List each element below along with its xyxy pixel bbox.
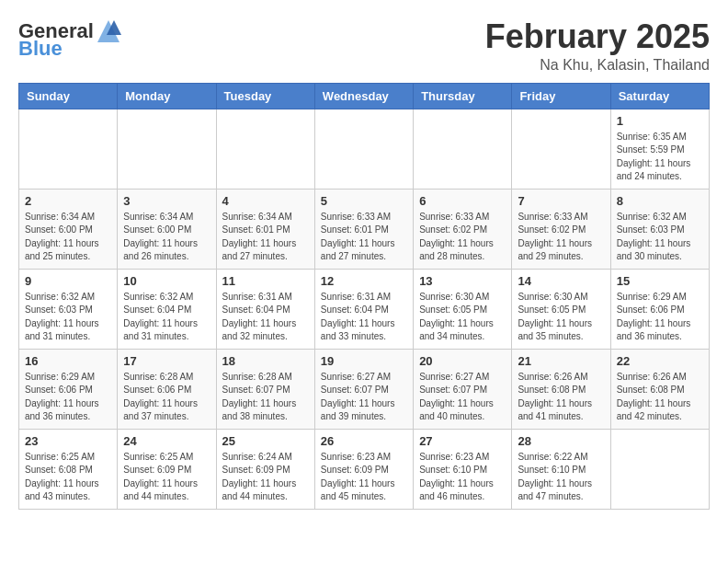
calendar-cell: 25Sunrise: 6:24 AM Sunset: 6:09 PM Dayli… — [216, 429, 314, 509]
location-title: Na Khu, Kalasin, Thailand — [485, 57, 710, 74]
calendar-cell: 27Sunrise: 6:23 AM Sunset: 6:10 PM Dayli… — [414, 429, 512, 509]
calendar-cell: 5Sunrise: 6:33 AM Sunset: 6:01 PM Daylig… — [314, 189, 413, 269]
day-number: 19 — [321, 354, 407, 368]
calendar-cell: 19Sunrise: 6:27 AM Sunset: 6:07 PM Dayli… — [314, 349, 413, 429]
calendar-cell: 13Sunrise: 6:30 AM Sunset: 6:05 PM Dayli… — [414, 269, 512, 349]
calendar-cell: 7Sunrise: 6:33 AM Sunset: 6:02 PM Daylig… — [512, 189, 610, 269]
weekday-header-thursday: Thursday — [414, 83, 512, 109]
day-info: Sunrise: 6:29 AM Sunset: 6:06 PM Dayligh… — [25, 371, 111, 424]
day-number: 26 — [321, 434, 407, 448]
calendar-cell: 12Sunrise: 6:31 AM Sunset: 6:04 PM Dayli… — [314, 269, 413, 349]
day-info: Sunrise: 6:27 AM Sunset: 6:07 PM Dayligh… — [321, 371, 407, 424]
day-info: Sunrise: 6:26 AM Sunset: 6:08 PM Dayligh… — [518, 371, 604, 424]
weekday-header-sunday: Sunday — [19, 83, 118, 109]
calendar-header-row: SundayMondayTuesdayWednesdayThursdayFrid… — [19, 83, 710, 109]
day-number: 7 — [518, 194, 604, 208]
weekday-header-monday: Monday — [118, 83, 216, 109]
calendar-cell: 11Sunrise: 6:31 AM Sunset: 6:04 PM Dayli… — [216, 269, 314, 349]
calendar-cell — [216, 109, 314, 189]
day-info: Sunrise: 6:29 AM Sunset: 6:06 PM Dayligh… — [617, 291, 703, 344]
day-info: Sunrise: 6:34 AM Sunset: 6:01 PM Dayligh… — [222, 211, 309, 264]
day-info: Sunrise: 6:22 AM Sunset: 6:10 PM Dayligh… — [518, 451, 604, 504]
day-info: Sunrise: 6:33 AM Sunset: 6:01 PM Dayligh… — [321, 211, 407, 264]
calendar-cell — [118, 109, 216, 189]
calendar-cell: 26Sunrise: 6:23 AM Sunset: 6:09 PM Dayli… — [314, 429, 413, 509]
day-info: Sunrise: 6:26 AM Sunset: 6:08 PM Dayligh… — [617, 371, 703, 424]
calendar-week-row: 16Sunrise: 6:29 AM Sunset: 6:06 PM Dayli… — [19, 349, 710, 429]
weekday-header-tuesday: Tuesday — [216, 83, 314, 109]
calendar-cell: 23Sunrise: 6:25 AM Sunset: 6:08 PM Dayli… — [19, 429, 118, 509]
calendar-week-row: 1Sunrise: 6:35 AM Sunset: 5:59 PM Daylig… — [19, 109, 710, 189]
calendar-cell: 2Sunrise: 6:34 AM Sunset: 6:00 PM Daylig… — [19, 189, 118, 269]
day-number: 22 — [617, 354, 703, 368]
page-header: General Blue February 2025 Na Khu, Kalas… — [18, 18, 710, 74]
day-number: 13 — [419, 274, 506, 288]
day-number: 27 — [419, 434, 506, 448]
calendar-week-row: 2Sunrise: 6:34 AM Sunset: 6:00 PM Daylig… — [19, 189, 710, 269]
day-number: 9 — [25, 274, 111, 288]
day-info: Sunrise: 6:23 AM Sunset: 6:09 PM Dayligh… — [321, 451, 407, 504]
day-number: 24 — [123, 434, 210, 448]
day-info: Sunrise: 6:33 AM Sunset: 6:02 PM Dayligh… — [518, 211, 604, 264]
day-number: 14 — [518, 274, 604, 288]
calendar-cell — [19, 109, 118, 189]
day-info: Sunrise: 6:33 AM Sunset: 6:02 PM Dayligh… — [419, 211, 506, 264]
calendar-cell: 3Sunrise: 6:34 AM Sunset: 6:00 PM Daylig… — [118, 189, 216, 269]
day-number: 16 — [25, 354, 111, 368]
day-info: Sunrise: 6:25 AM Sunset: 6:09 PM Dayligh… — [123, 451, 210, 504]
title-block: February 2025 Na Khu, Kalasin, Thailand — [485, 18, 710, 74]
day-number: 20 — [419, 354, 506, 368]
calendar-cell: 10Sunrise: 6:32 AM Sunset: 6:04 PM Dayli… — [118, 269, 216, 349]
calendar-cell: 21Sunrise: 6:26 AM Sunset: 6:08 PM Dayli… — [512, 349, 610, 429]
weekday-header-saturday: Saturday — [610, 83, 709, 109]
day-info: Sunrise: 6:25 AM Sunset: 6:08 PM Dayligh… — [25, 451, 111, 504]
day-number: 8 — [617, 194, 703, 208]
day-number: 23 — [25, 434, 111, 448]
calendar-cell: 20Sunrise: 6:27 AM Sunset: 6:07 PM Dayli… — [414, 349, 512, 429]
logo-icon — [96, 18, 121, 44]
calendar-cell: 4Sunrise: 6:34 AM Sunset: 6:01 PM Daylig… — [216, 189, 314, 269]
day-info: Sunrise: 6:34 AM Sunset: 6:00 PM Dayligh… — [123, 211, 210, 264]
calendar-cell: 22Sunrise: 6:26 AM Sunset: 6:08 PM Dayli… — [610, 349, 709, 429]
day-info: Sunrise: 6:31 AM Sunset: 6:04 PM Dayligh… — [222, 291, 309, 344]
day-info: Sunrise: 6:35 AM Sunset: 5:59 PM Dayligh… — [617, 131, 703, 184]
day-info: Sunrise: 6:28 AM Sunset: 6:07 PM Dayligh… — [222, 371, 309, 424]
calendar-cell: 28Sunrise: 6:22 AM Sunset: 6:10 PM Dayli… — [512, 429, 610, 509]
calendar-week-row: 23Sunrise: 6:25 AM Sunset: 6:08 PM Dayli… — [19, 429, 710, 509]
logo-blue: Blue — [18, 37, 63, 61]
day-info: Sunrise: 6:28 AM Sunset: 6:06 PM Dayligh… — [123, 371, 210, 424]
day-info: Sunrise: 6:31 AM Sunset: 6:04 PM Dayligh… — [321, 291, 407, 344]
day-info: Sunrise: 6:30 AM Sunset: 6:05 PM Dayligh… — [419, 291, 506, 344]
calendar-cell: 1Sunrise: 6:35 AM Sunset: 5:59 PM Daylig… — [610, 109, 709, 189]
calendar-cell — [610, 429, 709, 509]
calendar-table: SundayMondayTuesdayWednesdayThursdayFrid… — [18, 83, 710, 510]
day-number: 17 — [123, 354, 210, 368]
calendar-cell: 18Sunrise: 6:28 AM Sunset: 6:07 PM Dayli… — [216, 349, 314, 429]
day-info: Sunrise: 6:32 AM Sunset: 6:03 PM Dayligh… — [617, 211, 703, 264]
calendar-cell: 16Sunrise: 6:29 AM Sunset: 6:06 PM Dayli… — [19, 349, 118, 429]
day-info: Sunrise: 6:32 AM Sunset: 6:04 PM Dayligh… — [123, 291, 210, 344]
calendar-cell: 6Sunrise: 6:33 AM Sunset: 6:02 PM Daylig… — [414, 189, 512, 269]
calendar-cell — [314, 109, 413, 189]
day-number: 4 — [222, 194, 309, 208]
day-info: Sunrise: 6:27 AM Sunset: 6:07 PM Dayligh… — [419, 371, 506, 424]
day-number: 5 — [321, 194, 407, 208]
day-number: 12 — [321, 274, 407, 288]
day-info: Sunrise: 6:24 AM Sunset: 6:09 PM Dayligh… — [222, 451, 309, 504]
day-number: 11 — [222, 274, 309, 288]
day-number: 1 — [617, 114, 703, 128]
logo: General Blue — [18, 18, 121, 61]
day-info: Sunrise: 6:34 AM Sunset: 6:00 PM Dayligh… — [25, 211, 111, 264]
day-number: 2 — [25, 194, 111, 208]
day-number: 18 — [222, 354, 309, 368]
calendar-cell: 9Sunrise: 6:32 AM Sunset: 6:03 PM Daylig… — [19, 269, 118, 349]
calendar-cell: 24Sunrise: 6:25 AM Sunset: 6:09 PM Dayli… — [118, 429, 216, 509]
day-number: 28 — [518, 434, 604, 448]
calendar-cell: 17Sunrise: 6:28 AM Sunset: 6:06 PM Dayli… — [118, 349, 216, 429]
day-number: 6 — [419, 194, 506, 208]
month-title: February 2025 — [485, 18, 710, 55]
day-number: 10 — [123, 274, 210, 288]
weekday-header-wednesday: Wednesday — [314, 83, 413, 109]
weekday-header-friday: Friday — [512, 83, 610, 109]
day-number: 15 — [617, 274, 703, 288]
